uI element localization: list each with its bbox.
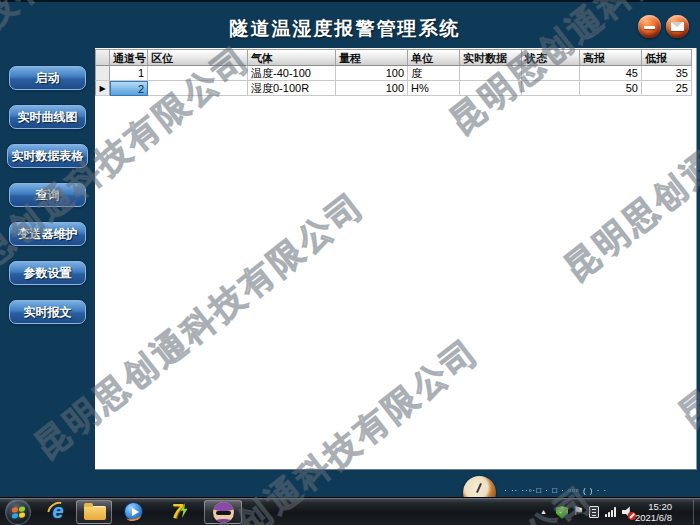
security-shield-icon[interactable]: ✓	[556, 506, 568, 519]
col-header-channel[interactable]: 通道号	[110, 49, 148, 66]
cell-zone[interactable]	[148, 81, 248, 96]
sidebar-item-realtime-message[interactable]: 实时报文	[9, 300, 86, 324]
start-button[interactable]	[5, 499, 31, 525]
screen-top-edge	[0, 0, 700, 2]
col-header-realtime[interactable]: 实时数据	[460, 49, 522, 66]
close-button[interactable]	[666, 15, 689, 38]
sidebar-item-realtime-curve[interactable]: 实时曲线图	[9, 105, 86, 129]
cell-gas[interactable]: 温度-40-100	[248, 66, 336, 81]
show-hidden-icons-button[interactable]: ▲	[540, 508, 547, 515]
app-screen: 隧道温湿度报警管理系统 启动 实时曲线图 实时数据表格 查询 变送器维护 参数设…	[0, 0, 700, 525]
app-seven-icon[interactable]: 7	[162, 500, 192, 524]
row-selector[interactable]	[95, 66, 110, 81]
col-header-high[interactable]: 高报	[580, 49, 642, 66]
minimize-icon	[644, 26, 655, 29]
folder-icon	[84, 506, 106, 520]
data-grid: 通道号 区位 气体 量程 单位 实时数据 状态 高报 低报 1 温度-40-10…	[95, 49, 692, 96]
sidebar-item-realtime-table[interactable]: 实时数据表格	[7, 144, 88, 168]
cell-unit[interactable]: H%	[408, 81, 460, 96]
action-center-flag-icon[interactable]: ⚑	[573, 504, 584, 518]
cell-realtime[interactable]	[460, 81, 522, 96]
cell-zone[interactable]	[148, 66, 248, 81]
avatar-icon	[213, 502, 234, 523]
cell-channel[interactable]: 1	[110, 66, 148, 81]
col-header-zone[interactable]: 区位	[148, 49, 248, 66]
col-header-selector[interactable]	[95, 49, 110, 66]
col-header-range[interactable]: 量程	[336, 49, 408, 66]
main-panel: 通道号 区位 气体 量程 单位 实时数据 状态 高报 低报 1 温度-40-10…	[95, 48, 697, 470]
media-player-icon[interactable]	[124, 502, 143, 521]
running-app-button[interactable]	[204, 500, 242, 524]
clipboard-tray-icon[interactable]	[589, 506, 599, 518]
cell-status[interactable]	[522, 66, 580, 81]
cell-high-alarm[interactable]: 45	[580, 66, 642, 81]
windows-flag-icon	[12, 506, 25, 518]
illegible-status-text: · ·· ··▫·□ · □ · ▫▫▫ ( ) · ·	[504, 486, 660, 496]
cell-unit[interactable]: 度	[408, 66, 460, 81]
windows-explorer-button[interactable]	[76, 500, 112, 524]
cell-low-alarm[interactable]: 25	[642, 81, 692, 96]
cell-high-alarm[interactable]: 50	[580, 81, 642, 96]
col-header-gas[interactable]: 气体	[248, 49, 336, 66]
taskbar-clock[interactable]: 15:20 2021/6/8	[635, 501, 672, 523]
page-title: 隧道温湿度报警管理系统	[95, 16, 595, 42]
minimize-button[interactable]	[638, 15, 661, 38]
network-signal-icon[interactable]	[605, 507, 618, 517]
col-header-low[interactable]: 低报	[642, 49, 692, 66]
cell-range[interactable]: 100	[336, 81, 408, 96]
envelope-icon	[671, 22, 684, 31]
cell-status[interactable]	[522, 81, 580, 96]
sidebar-item-query[interactable]: 查询	[9, 183, 86, 207]
clock-date: 2021/6/8	[635, 512, 672, 523]
cell-low-alarm[interactable]: 35	[642, 66, 692, 81]
cell-range[interactable]: 100	[336, 66, 408, 81]
glasses-icon	[216, 511, 231, 515]
internet-explorer-icon[interactable]: e	[46, 501, 70, 523]
taskbar: e 7 ▲ ✓ ⚑ 15:20 2021/6/8	[0, 497, 700, 525]
cell-gas[interactable]: 湿度0-100R	[248, 81, 336, 96]
col-header-unit[interactable]: 单位	[408, 49, 460, 66]
sidebar-item-transmitter-maintenance[interactable]: 变送器维护	[9, 222, 86, 246]
show-desktop-strip[interactable]	[693, 500, 694, 524]
sidebar-item-start[interactable]: 启动	[9, 66, 86, 90]
col-header-status[interactable]: 状态	[522, 49, 580, 66]
sidebar-item-parameter-settings[interactable]: 参数设置	[9, 261, 86, 285]
cell-channel-selected[interactable]: 2	[110, 81, 148, 96]
seven-glyph: 7	[171, 500, 182, 522]
cell-realtime[interactable]	[460, 66, 522, 81]
clock-time: 15:20	[635, 501, 672, 512]
row-selector-current[interactable]: ▶	[95, 81, 110, 96]
